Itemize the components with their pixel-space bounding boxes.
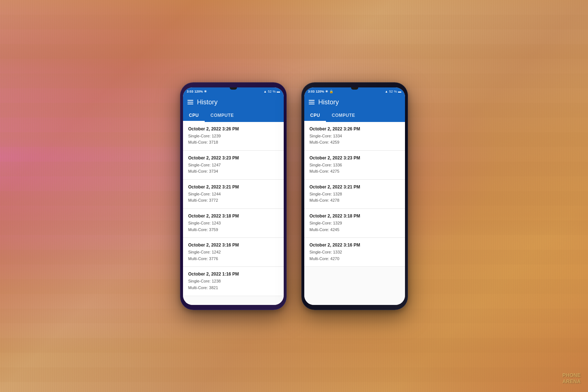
time-right: 3:03 [308,90,315,93]
list-item[interactable]: October 2, 2022 3:18 PM Single-Core: 132… [304,209,405,238]
list-item[interactable]: October 2, 2022 3:18 PM Single-Core: 124… [183,209,284,238]
signal-icon-right: ▲ [385,90,388,93]
status-right-right: ▲ 52% ▬ [385,90,401,93]
item-score: Single-Core: 1243 Multi-Core: 3759 [188,220,279,233]
list-item[interactable]: October 2, 2022 1:16 PM Single-Core: 123… [183,267,284,296]
tab-cpu-right[interactable]: CPU [304,110,326,122]
brightness-right: 120% [316,90,324,93]
list-item[interactable]: October 2, 2022 3:16 PM Single-Core: 133… [304,238,405,267]
phone-right-content: October 2, 2022 3:26 PM Single-Core: 133… [304,122,405,305]
item-date: October 2, 2022 3:23 PM [309,155,400,161]
watermark-line2: ARENA [562,378,581,385]
phone-right-notch [351,87,358,90]
item-score: Single-Core: 1238 Multi-Core: 3821 [188,278,279,291]
phone-left-content: October 2, 2022 3:26 PM Single-Core: 123… [183,122,284,305]
time-left: 3:03 [187,90,193,93]
tab-cpu-left[interactable]: CPU [183,110,205,122]
app-title-right: History [318,98,339,106]
list-item[interactable]: October 2, 2022 3:23 PM Single-Core: 133… [304,151,405,180]
signal-icon-left: ▲ [263,90,267,93]
item-date: October 2, 2022 3:26 PM [309,126,400,132]
item-score: Single-Core: 1242 Multi-Core: 3776 [188,249,279,262]
item-score: Single-Core: 1244 Multi-Core: 3772 [188,191,279,204]
phone-left-screen: 3:03 120% ✳ ▲ 52% ▬ History [183,87,284,305]
battery-icon-left: ▬ [277,90,280,93]
item-score: Single-Core: 1332 Multi-Core: 4270 [309,249,400,262]
phone-left-header: History [183,95,284,110]
item-date: October 2, 2022 3:21 PM [188,184,279,190]
item-score: Single-Core: 1334 Multi-Core: 4259 [309,133,400,146]
hamburger-icon-left[interactable] [187,100,193,104]
item-date: October 2, 2022 3:16 PM [309,242,400,248]
list-item[interactable]: October 2, 2022 3:26 PM Single-Core: 133… [304,122,405,151]
tab-compute-left[interactable]: COMPUTE [205,110,240,122]
item-date: October 2, 2022 1:16 PM [188,271,279,277]
list-item[interactable]: October 2, 2022 3:21 PM Single-Core: 132… [304,180,405,209]
hamburger-icon-right[interactable] [309,100,315,104]
phone-right-tabs: CPU COMPUTE [304,110,405,122]
item-date: October 2, 2022 3:21 PM [309,184,400,190]
item-score: Single-Core: 1336 Multi-Core: 4275 [309,162,400,175]
lock-icon-right: 🔒 [329,90,333,93]
tab-compute-right[interactable]: COMPUTE [326,110,361,122]
phone-right-header: History [304,95,405,110]
list-item[interactable]: October 2, 2022 3:21 PM Single-Core: 124… [183,180,284,209]
phones-container: 3:03 120% ✳ ▲ 52% ▬ History [0,0,588,392]
item-date: October 2, 2022 3:23 PM [188,155,279,161]
list-item[interactable]: October 2, 2022 3:23 PM Single-Core: 124… [183,151,284,180]
item-score: Single-Core: 1247 Multi-Core: 3734 [188,162,279,175]
settings-icon-left: ✳ [204,90,207,93]
status-left-right: 3:03 120% ✳ 🔒 [308,90,333,93]
watermark: PHONE ARENA [562,372,581,385]
status-left: 3:03 120% ✳ [187,90,207,93]
phone-right: 3:03 120% ✳ 🔒 ▲ 52% ▬ History [301,82,408,310]
list-item[interactable]: October 2, 2022 3:16 PM Single-Core: 124… [183,238,284,267]
list-item[interactable]: October 2, 2022 3:26 PM Single-Core: 123… [183,122,284,151]
phone-right-screen: 3:03 120% ✳ 🔒 ▲ 52% ▬ History [304,87,405,305]
item-date: October 2, 2022 3:26 PM [188,126,279,132]
watermark-line1: PHONE [562,372,581,378]
item-score: Single-Core: 1328 Multi-Core: 4278 [309,191,400,204]
item-date: October 2, 2022 3:16 PM [188,242,279,248]
item-date: October 2, 2022 3:18 PM [188,213,279,219]
item-date: October 2, 2022 3:18 PM [309,213,400,219]
phone-left-tabs: CPU COMPUTE [183,110,284,122]
phone-left: 3:03 120% ✳ ▲ 52% ▬ History [180,82,287,310]
brightness-left: 120% [194,90,203,93]
item-score: Single-Core: 1329 Multi-Core: 4245 [309,220,400,233]
battery-left: 52 [268,90,272,93]
settings-icon-right: ✳ [325,90,328,93]
battery-right: 52 [389,90,393,93]
status-right-left: ▲ 52% ▬ [263,90,280,93]
app-title-left: History [197,98,218,106]
phone-left-notch [230,87,237,90]
item-score: Single-Core: 1239 Multi-Core: 3718 [188,133,279,146]
battery-icon-right: ▬ [398,90,401,93]
